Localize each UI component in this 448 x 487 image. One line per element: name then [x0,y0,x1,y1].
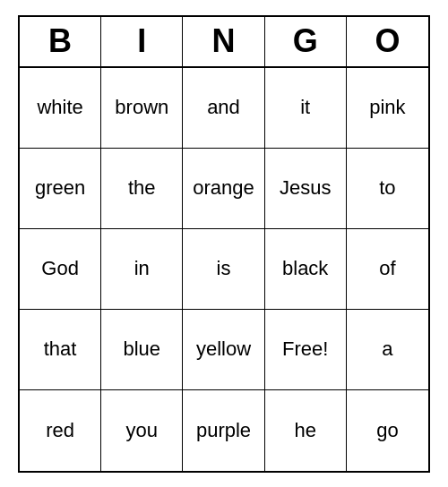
bingo-cell-11[interactable]: in [101,229,183,310]
bingo-cell-22[interactable]: purple [183,390,264,471]
bingo-cell-6[interactable]: the [101,149,183,229]
header-i: I [101,17,183,66]
bingo-cell-17[interactable]: yellow [183,310,264,390]
bingo-cell-14[interactable]: of [347,229,428,310]
bingo-cell-15[interactable]: that [20,310,101,390]
bingo-grid: whitebrownanditpinkgreentheorangeJesusto… [20,68,428,471]
bingo-cell-2[interactable]: and [183,68,264,149]
bingo-cell-21[interactable]: you [101,390,183,471]
bingo-header: B I N G O [20,17,428,68]
bingo-cell-3[interactable]: it [265,68,347,149]
bingo-cell-0[interactable]: white [20,68,101,149]
header-g: G [265,17,347,66]
bingo-cell-8[interactable]: Jesus [265,149,347,229]
bingo-cell-23[interactable]: he [265,390,347,471]
bingo-card: B I N G O whitebrownanditpinkgreentheora… [18,15,430,473]
bingo-cell-5[interactable]: green [20,149,101,229]
header-o: O [347,17,428,66]
bingo-cell-20[interactable]: red [20,390,101,471]
header-b: B [20,17,101,66]
bingo-cell-10[interactable]: God [20,229,101,310]
bingo-cell-9[interactable]: to [347,149,428,229]
bingo-cell-13[interactable]: black [265,229,347,310]
header-n: N [183,17,264,66]
bingo-cell-24[interactable]: go [347,390,428,471]
bingo-cell-12[interactable]: is [183,229,264,310]
bingo-cell-16[interactable]: blue [101,310,183,390]
bingo-cell-19[interactable]: a [347,310,428,390]
bingo-cell-7[interactable]: orange [183,149,264,229]
bingo-cell-18[interactable]: Free! [265,310,347,390]
bingo-cell-1[interactable]: brown [101,68,183,149]
bingo-cell-4[interactable]: pink [347,68,428,149]
